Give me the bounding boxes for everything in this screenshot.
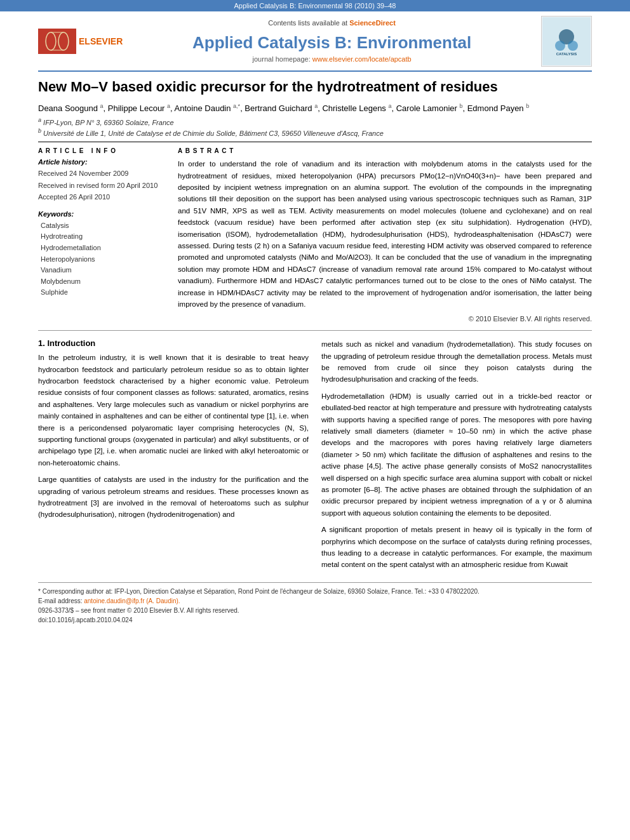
header-center: Contents lists available at ScienceDirec…	[192, 15, 471, 67]
accepted-date: Accepted 26 April 2010	[38, 192, 165, 203]
abstract-text: In order to understand the role of vanad…	[178, 158, 592, 310]
authors: Deana Soogund a, Philippe Lecour a, Anto…	[38, 103, 592, 113]
abstract-label: A B S T R A C T	[178, 147, 592, 154]
keyword-item: Catalysis	[41, 220, 165, 232]
affiliation-b: b Université de Lille 1, Unité de Cataly…	[38, 128, 592, 137]
paper-title: New Mo–V based oxidic precursor for the …	[38, 78, 592, 97]
svg-point-8	[568, 41, 578, 51]
footnote-section: * Corresponding author at: IFP-Lyon, Dir…	[38, 582, 592, 625]
keyword-item: Hydrotreating	[41, 231, 165, 243]
section-heading-1: 1. Introduction	[38, 338, 309, 348]
scidir-link[interactable]: ScienceDirect	[349, 19, 396, 27]
keyword-item: Molybdenum	[41, 276, 165, 288]
intro-right-column: metals such as nickel and vanadium (hydr…	[321, 338, 592, 575]
intro-right-para1: metals such as nickel and vanadium (hydr…	[321, 338, 592, 385]
keyword-item: Heteropolyanions	[41, 254, 165, 265]
article-info-column: A R T I C L E I N F O Article history: R…	[38, 147, 165, 323]
footnote-email: E-mail address: antoine.daudin@ifp.fr (A…	[38, 596, 592, 606]
footnote-star: * Corresponding author at: IFP-Lyon, Dir…	[38, 587, 592, 596]
article-history: Article history: Received 24 November 20…	[38, 158, 165, 203]
intro-right-para2: Hydrodemetallation (HDM) is usually carr…	[321, 390, 592, 519]
elsevier-label: ELSEVIER	[79, 36, 123, 46]
revised-date: Received in revised form 20 April 2010	[38, 180, 165, 191]
intro-title: Introduction	[47, 338, 95, 348]
journal-homepage: journal homepage: www.elsevier.com/locat…	[192, 55, 471, 67]
history-label: Article history:	[38, 158, 165, 166]
main-content: New Mo–V based oxidic precursor for the …	[38, 72, 592, 625]
intro-para2: Large quantities of catalysts are used i…	[38, 474, 309, 521]
keywords-label: Keywords:	[38, 210, 74, 218]
article-info-label: A R T I C L E I N F O	[38, 147, 165, 154]
elsevier-icon	[38, 29, 76, 54]
svg-text:CATALYSIS: CATALYSIS	[556, 52, 577, 56]
email-address[interactable]: antoine.daudin@ifp.fr (A. Daudin).	[84, 597, 180, 604]
info-abstract-section: A R T I C L E I N F O Article history: R…	[38, 147, 592, 323]
keyword-item: Vanadium	[41, 265, 165, 276]
footnote-issn: 0926-3373/$ – see front matter © 2010 El…	[38, 606, 592, 615]
keywords-list: Catalysis Hydrotreating Hydrodemetallati…	[41, 220, 165, 298]
catalysis-logo: CATALYSIS	[541, 16, 592, 67]
authors-text: Deana Soogund a, Philippe Lecour a, Anto…	[38, 103, 529, 113]
divider-2	[38, 330, 592, 331]
divider-1	[38, 142, 592, 142]
introduction-section: 1. Introduction In the petroleum industr…	[38, 338, 592, 575]
keyword-item: Hydrodemetallation	[41, 243, 165, 254]
journal-reference: Applied Catalysis B: Environmental 98 (2…	[234, 2, 396, 10]
keyword-item: Sulphide	[41, 287, 165, 298]
catalysis-logo-inner: CATALYSIS	[542, 17, 591, 65]
contents-line: Contents lists available at ScienceDirec…	[192, 15, 471, 28]
journal-title: Applied Catalysis B: Environmental	[192, 28, 471, 55]
abstract-column: A B S T R A C T In order to understand t…	[178, 147, 592, 323]
keywords-section: Keywords: Catalysis Hydrotreating Hydrod…	[38, 209, 165, 298]
elsevier-logo: ELSEVIER	[38, 29, 123, 54]
footnote-doi: doi:10.1016/j.apcatb.2010.04.024	[38, 615, 592, 625]
svg-point-7	[555, 41, 565, 51]
homepage-url[interactable]: www.elsevier.com/locate/apcatb	[312, 55, 412, 63]
intro-para1: In the petroleum industry, it is well kn…	[38, 352, 309, 469]
received-date: Received 24 November 2009	[38, 168, 165, 179]
copyright: © 2010 Elsevier B.V. All rights reserved…	[178, 315, 592, 323]
intro-right-para3: A significant proportion of metals prese…	[321, 524, 592, 571]
affiliation-a: a IFP-Lyon, BP N° 3, 69360 Solaize, Fran…	[38, 117, 592, 126]
header-row: ELSEVIER Contents lists available at Sci…	[38, 11, 592, 70]
intro-left-column: 1. Introduction In the petroleum industr…	[38, 338, 309, 575]
journal-topbar: Applied Catalysis B: Environmental 98 (2…	[0, 0, 630, 11]
